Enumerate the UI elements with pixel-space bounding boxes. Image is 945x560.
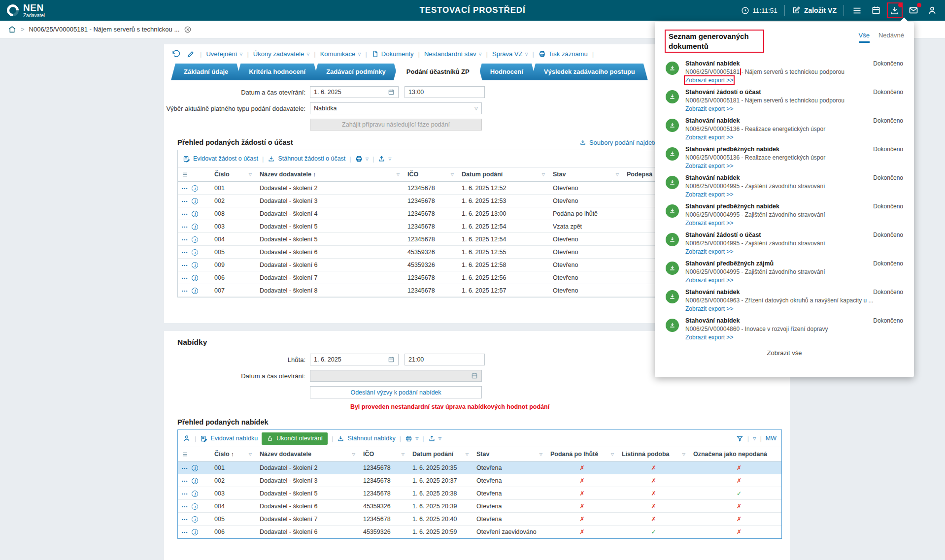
column-header[interactable]: IČO▽ [359, 447, 408, 461]
register-offer-button[interactable]: Evidovat nabídku [200, 435, 258, 442]
row-menu-icon[interactable]: ••• [182, 199, 188, 203]
row-menu-icon[interactable]: ••• [182, 492, 188, 496]
menu-sprava-vz[interactable]: Správa VZ▽ [492, 50, 528, 58]
filter-button[interactable] [736, 435, 743, 442]
row-menu-icon[interactable]: ••• [182, 504, 188, 509]
column-header[interactable]: Stav▽ [472, 447, 546, 461]
generated-documents-button[interactable] [889, 4, 901, 16]
show-export-link[interactable]: Zobrazit export >> [685, 305, 733, 312]
column-header[interactable]: Listinná podoba▽ [618, 447, 689, 461]
history-button[interactable] [171, 49, 181, 59]
show-export-link[interactable]: Zobrazit export >> [685, 105, 733, 112]
breadcrumb-item[interactable]: N006/25/V00005181 - Nájem serverů s tech… [29, 26, 180, 33]
export-button[interactable]: ▽ [428, 435, 441, 442]
filter-icon[interactable]: ▽ [540, 452, 542, 457]
offers-opening-date-input[interactable] [310, 370, 482, 382]
tab-hodnoceni[interactable]: Hodnocení [477, 64, 536, 80]
filter-icon[interactable]: ▽ [682, 452, 685, 457]
notification-item[interactable]: Stahování nabídekDokončenoN006/25/V00005… [665, 115, 904, 143]
tab-vse[interactable]: Vše [859, 32, 870, 43]
calendar-icon[interactable] [388, 89, 395, 96]
register-application-button[interactable]: Evidovat žádost o účast [183, 155, 258, 163]
row-menu-icon[interactable]: ••• [182, 225, 188, 229]
offer-row[interactable]: •••i005Dodavatel - školení 7123456781. 6… [178, 513, 782, 526]
view-mode-toggle[interactable]: MW [766, 435, 776, 442]
row-menu-icon[interactable]: ••• [182, 289, 188, 293]
menu-nestandardni-stav[interactable]: Nestandardní stav▽ [424, 50, 482, 58]
supplier-search-button[interactable] [183, 434, 191, 442]
filter-icon[interactable]: ▽ [249, 452, 252, 457]
create-vz-button[interactable]: Založit VZ [792, 6, 837, 15]
menu-button[interactable] [851, 4, 863, 17]
show-export-link[interactable]: Zobrazit export >> [685, 163, 733, 169]
start-next-phase-button[interactable]: Zahájit přípravu následující fáze podání [310, 119, 482, 131]
profile-button[interactable] [926, 4, 938, 16]
deadline-time-input[interactable]: 21:00 [405, 354, 485, 365]
home-icon[interactable] [8, 25, 16, 33]
notification-item[interactable]: Stahování žádostí o účastDokončenoN006/2… [665, 86, 904, 115]
row-info-icon[interactable]: i [192, 275, 198, 281]
row-menu-icon[interactable]: ••• [182, 479, 188, 483]
filter-icon[interactable]: ▽ [249, 172, 252, 177]
column-header[interactable]: IČO▽ [404, 167, 458, 182]
row-menu-icon[interactable]: ••• [182, 237, 188, 242]
column-header[interactable]: Označena jako nepodaná▽ [689, 447, 782, 461]
messages-button[interactable] [908, 4, 919, 16]
grid-settings-icon[interactable] [182, 171, 208, 178]
row-info-icon[interactable]: i [192, 236, 198, 243]
row-info-icon[interactable]: i [192, 224, 198, 230]
show-export-link[interactable]: Zobrazit export >> [685, 248, 733, 255]
show-export-link[interactable]: Zobrazit export >> [685, 220, 733, 227]
calendar-button[interactable] [870, 4, 882, 16]
column-header[interactable]: Stav▽ [549, 167, 623, 182]
tab-podani-ucastniku-zp[interactable]: Podání účastníků ZP [394, 64, 482, 80]
notification-item[interactable]: Stahování nabídekDokončenoN006/25/V00004… [665, 286, 904, 315]
show-export-link[interactable]: Zobrazit export >> [685, 277, 733, 284]
row-info-icon[interactable]: i [192, 198, 198, 204]
menu-uverejneni[interactable]: Uveřejnění▽ [206, 50, 242, 58]
nen-logo[interactable]: NEN Zadavatel [7, 3, 45, 18]
chevron-down-icon[interactable]: ▽ [753, 436, 756, 441]
row-menu-icon[interactable]: ••• [182, 263, 188, 267]
column-header[interactable]: Název dodavatele ↑▽ [256, 167, 404, 182]
grid-settings-icon[interactable] [182, 451, 208, 458]
filter-icon[interactable]: ▽ [616, 172, 619, 177]
offer-row[interactable]: •••i002Dodavatel - školení 3123456781. 6… [178, 474, 782, 487]
opening-date-input[interactable]: 1. 6. 2025 [310, 86, 399, 98]
edit-record-button[interactable] [186, 49, 196, 59]
show-export-link[interactable]: Zobrazit export >> [685, 77, 733, 84]
filter-icon[interactable]: ▽ [352, 452, 355, 457]
close-record-icon[interactable] [184, 26, 192, 33]
show-export-link[interactable]: Zobrazit export >> [685, 191, 733, 198]
filter-icon[interactable]: ▽ [611, 452, 614, 457]
print-button[interactable]: ▽ [355, 155, 369, 163]
row-menu-icon[interactable]: ••• [182, 530, 188, 534]
filter-icon[interactable]: ▽ [542, 172, 545, 177]
notification-item[interactable]: Stahování nabídekDokončenoN006/25/V00004… [665, 315, 904, 343]
notification-item[interactable]: Stahování předběžných zájmůDokončenoN006… [665, 258, 904, 286]
offer-row[interactable]: •••i003Dodavatel - školení 5123456781. 6… [178, 487, 782, 500]
print-button[interactable]: ▽ [405, 435, 418, 442]
offer-row[interactable]: •••i006Dodavatel - školení 6453593261. 6… [178, 526, 782, 538]
print-record-button[interactable]: Tisk záznamu [539, 50, 588, 58]
opening-time-input[interactable]: 13:00 [405, 86, 485, 98]
submission-files-link[interactable]: Soubory podání najdete [579, 139, 657, 146]
row-info-icon[interactable]: i [192, 503, 198, 510]
menu-dokumenty[interactable]: Dokumenty [371, 50, 414, 58]
row-info-icon[interactable]: i [192, 529, 198, 535]
row-menu-icon[interactable]: ••• [182, 250, 188, 255]
row-info-icon[interactable]: i [192, 211, 198, 217]
tab-kriteria-hodnoceni[interactable]: Kritéria hodnocení [236, 64, 318, 80]
finish-opening-button[interactable]: Ukončit otevírání [262, 432, 328, 445]
column-header[interactable]: Datum podání▽ [458, 167, 549, 182]
filter-icon[interactable]: ▽ [451, 172, 454, 177]
filter-icon[interactable]: ▽ [397, 172, 400, 177]
column-header[interactable]: Podaná po lhůtě▽ [546, 447, 618, 461]
show-all-link[interactable]: Zobrazit vše [767, 349, 802, 357]
export-button[interactable]: ▽ [378, 155, 391, 163]
notification-item[interactable]: Stahování nabídekDokončenoN006/25/V00005… [665, 58, 904, 86]
row-menu-icon[interactable]: ••• [182, 276, 188, 280]
column-header[interactable]: Číslo▽ [210, 167, 256, 182]
notification-item[interactable]: Stahování předběžných nabídekDokončenoN0… [665, 200, 904, 229]
row-menu-icon[interactable]: ••• [182, 517, 188, 522]
